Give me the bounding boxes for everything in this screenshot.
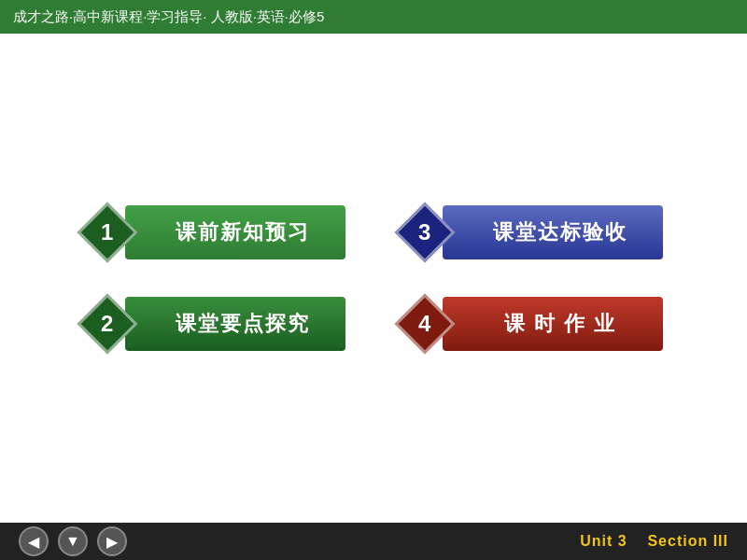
menu-button-1[interactable]: 1 课前新知预习: [84, 205, 345, 259]
badge-diamond-3: 3: [394, 202, 455, 262]
menu-button-3[interactable]: 3 课堂达标验收: [402, 205, 663, 259]
menu-button-2[interactable]: 2 课堂要点探究: [84, 297, 345, 351]
header-title: 成才之路·高中新课程·学习指导· 人教版·英语·必修5: [13, 8, 324, 26]
nav-down-icon: ▼: [65, 533, 80, 550]
header-bar: 成才之路·高中新课程·学习指导· 人教版·英语·必修5: [0, 0, 747, 34]
nav-prev-icon: ◀: [28, 533, 39, 551]
main-content: 1 课前新知预习 3 课堂达标验收 2 课堂要点探究: [0, 34, 747, 523]
label-3: 课堂达标验收: [443, 205, 663, 259]
badge-4: 4: [398, 297, 452, 351]
footer-nav: ◀ ▼ ▶: [19, 526, 127, 556]
nav-next-icon: ▶: [106, 533, 118, 551]
badge-number-4: 4: [418, 311, 430, 337]
badge-number-1: 1: [101, 219, 113, 245]
badge-2: 2: [80, 297, 134, 351]
badge-diamond-1: 1: [77, 202, 137, 262]
nav-prev-button[interactable]: ◀: [19, 526, 49, 556]
badge-1: 1: [80, 205, 134, 259]
badge-diamond-4: 4: [394, 293, 455, 354]
button-row-1: 1 课前新知预习 3 课堂达标验收: [84, 205, 663, 259]
badge-number-2: 2: [101, 311, 113, 337]
footer-unit: Unit 3: [580, 533, 627, 549]
footer-bar: ◀ ▼ ▶ Unit 3 Section III: [0, 523, 747, 560]
badge-diamond-2: 2: [77, 293, 137, 354]
label-4: 课 时 作 业: [443, 297, 663, 351]
footer-unit-section: Unit 3 Section III: [580, 533, 728, 550]
label-2: 课堂要点探究: [125, 297, 345, 351]
badge-3: 3: [398, 205, 452, 259]
menu-button-4[interactable]: 4 课 时 作 业: [402, 297, 663, 351]
nav-next-button[interactable]: ▶: [97, 526, 127, 556]
button-row-2: 2 课堂要点探究 4 课 时 作 业: [84, 297, 663, 351]
badge-number-3: 3: [418, 219, 430, 245]
footer-section: Section III: [647, 533, 728, 549]
label-1: 课前新知预习: [125, 205, 345, 259]
nav-down-button[interactable]: ▼: [58, 526, 88, 556]
